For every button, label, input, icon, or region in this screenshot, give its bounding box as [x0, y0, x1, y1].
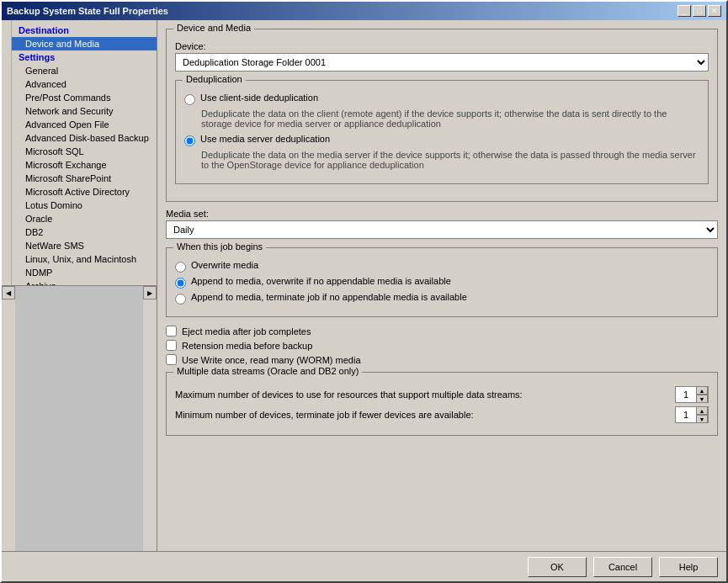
sidebar-hscrollbar: ◀ ▶ — [2, 285, 157, 551]
sidebar-scroll-track — [15, 286, 143, 551]
ok-button[interactable]: OK — [528, 557, 587, 577]
min-devices-up[interactable]: ▲ — [696, 406, 708, 415]
sidebar-scroll-right-btn[interactable]: ▶ — [143, 286, 157, 299]
sidebar-item-microsoft-exchange[interactable]: Microsoft Exchange — [12, 158, 157, 172]
sidebar-item-lotus-domino[interactable]: Lotus Domino — [12, 199, 157, 212]
radio-overwrite-label[interactable]: Overwrite media — [191, 260, 258, 270]
deduplication-title: Deduplication — [183, 74, 246, 84]
sidebar-item-netware-sms[interactable]: NetWare SMS — [12, 239, 157, 252]
device-media-group: Device and Media Device: Deduplication S… — [166, 29, 718, 202]
sidebar-item-device-and-media[interactable]: Device and Media — [12, 37, 157, 50]
radio-server-dedup[interactable] — [184, 135, 195, 146]
radio-row-overwrite: Overwrite media — [175, 260, 709, 273]
window-title: Backup System State Full Properties — [7, 6, 168, 16]
deduplication-group: Deduplication Use client-side deduplicat… — [175, 80, 709, 184]
chk-row-eject: Eject media after job completes — [166, 326, 718, 337]
radio-row-append-terminate: Append to media, terminate job if no app… — [175, 292, 709, 305]
max-devices-up[interactable]: ▲ — [696, 386, 708, 395]
content-area: Destination Device and Media Settings Ge… — [2, 20, 726, 551]
when-job-begins-title: When this job begins — [173, 241, 266, 252]
multiple-streams-group: Multiple data streams (Oracle and DB2 on… — [166, 372, 718, 436]
min-devices-spinbtns: ▲ ▼ — [696, 406, 708, 423]
radio-append-terminate-media[interactable] — [175, 294, 186, 305]
radio-overwrite-media[interactable] — [175, 262, 186, 273]
chk-retention[interactable] — [166, 340, 177, 351]
chk-row-worm: Use Write once, read many (WORM) media — [166, 354, 718, 365]
radio-client-dedup[interactable] — [184, 94, 195, 105]
max-devices-spinner[interactable]: ▲ ▼ — [675, 386, 709, 403]
radio-row-append: Append to media, overwrite if no appenda… — [175, 276, 709, 289]
checkboxes-section: Eject media after job completes Retensio… — [166, 326, 718, 365]
sidebar-item-microsoft-active-directory[interactable]: Microsoft Active Directory — [12, 185, 157, 199]
sidebar-item-db2[interactable]: DB2 — [12, 225, 157, 239]
radio-row-client: Use client-side deduplication — [184, 93, 699, 105]
max-devices-spinbtns: ▲ ▼ — [696, 386, 708, 403]
radio-client-desc: Deduplicate the data on the client (remo… — [201, 109, 699, 129]
sidebar-section-destination[interactable]: Destination — [12, 24, 157, 37]
radio-server-desc: Deduplicate the data on the media server… — [201, 150, 699, 170]
max-devices-row: Maximum number of devices to use for res… — [175, 386, 709, 403]
max-devices-down[interactable]: ▼ — [696, 395, 708, 403]
min-devices-row: Minimum number of devices, terminate job… — [175, 406, 709, 423]
radio-append-terminate-label[interactable]: Append to media, terminate job if no app… — [191, 292, 467, 302]
sidebar-content: Destination Device and Media Settings Ge… — [2, 20, 157, 285]
device-media-title: Device and Media — [173, 23, 254, 33]
device-label: Device: — [175, 41, 709, 51]
chk-worm-label[interactable]: Use Write once, read many (WORM) media — [182, 355, 361, 365]
radio-row-server: Use media server deduplication — [184, 134, 699, 146]
radio-append-label[interactable]: Append to media, overwrite if no appenda… — [191, 276, 451, 286]
sidebar-item-ndmp[interactable]: NDMP — [12, 266, 157, 279]
min-devices-spinner[interactable]: ▲ ▼ — [675, 406, 709, 423]
multiple-streams-title: Multiple data streams (Oracle and DB2 on… — [173, 366, 362, 376]
sidebar-item-advanced-open-file[interactable]: Advanced Open File — [12, 118, 157, 131]
radio-client-label[interactable]: Use client-side deduplication — [200, 93, 318, 103]
chk-row-retention: Retension media before backup — [166, 340, 718, 351]
title-bar: Backup System State Full Properties _ □ … — [2, 2, 726, 20]
sidebar-item-microsoft-sql[interactable]: Microsoft SQL — [12, 145, 157, 158]
main-window: Backup System State Full Properties _ □ … — [0, 0, 728, 583]
chk-retention-label[interactable]: Retension media before backup — [182, 341, 312, 351]
close-button[interactable]: ✕ — [708, 5, 721, 17]
media-set-label: Media set: — [166, 209, 718, 219]
title-bar-buttons: _ □ ✕ — [678, 5, 721, 17]
max-devices-label: Maximum number of devices to use for res… — [175, 390, 675, 400]
min-devices-down[interactable]: ▼ — [696, 415, 708, 423]
sidebar-section-settings[interactable]: Settings — [12, 50, 157, 64]
sidebar-item-oracle[interactable]: Oracle — [12, 212, 157, 225]
sidebar-scroll-left-btn[interactable]: ◀ — [2, 286, 15, 299]
sidebar-left-edge — [2, 20, 12, 285]
minimize-button[interactable]: _ — [678, 5, 691, 17]
chk-eject[interactable] — [166, 326, 177, 337]
sidebar-item-general[interactable]: General — [12, 64, 157, 77]
restore-button[interactable]: □ — [693, 5, 706, 17]
chk-worm[interactable] — [166, 354, 177, 365]
radio-append-media[interactable] — [175, 278, 186, 289]
cancel-button[interactable]: Cancel — [593, 557, 652, 577]
max-devices-value[interactable] — [676, 390, 696, 400]
sidebar-item-microsoft-sharepoint[interactable]: Microsoft SharePoint — [12, 172, 157, 185]
sidebar-item-pre-post[interactable]: Pre/Post Commands — [12, 91, 157, 104]
help-button[interactable]: Help — [659, 557, 718, 577]
sidebar-item-linux-unix-mac[interactable]: Linux, Unix, and Macintosh — [12, 252, 157, 266]
min-devices-label: Minimum number of devices, terminate job… — [175, 410, 675, 420]
sidebar-item-advanced-disk[interactable]: Advanced Disk-based Backup — [12, 131, 157, 145]
min-devices-value[interactable] — [676, 410, 696, 420]
sidebar-item-advanced[interactable]: Advanced — [12, 77, 157, 91]
main-content: Device and Media Device: Deduplication S… — [157, 20, 726, 551]
media-set-section: Media set: Daily — [166, 209, 718, 239]
sidebar: Destination Device and Media Settings Ge… — [2, 20, 157, 551]
media-set-select[interactable]: Daily — [166, 220, 718, 239]
sidebar-items: Destination Device and Media Settings Ge… — [12, 20, 157, 285]
sidebar-item-network-security[interactable]: Network and Security — [12, 104, 157, 118]
sidebar-item-archive[interactable]: Archive — [12, 279, 157, 285]
bottom-bar: OK Cancel Help — [2, 551, 726, 581]
device-select[interactable]: Deduplication Storage Folder 0001 — [175, 53, 709, 72]
chk-eject-label[interactable]: Eject media after job completes — [182, 326, 311, 337]
when-job-begins-group: When this job begins Overwrite media App… — [166, 247, 718, 317]
radio-server-label[interactable]: Use media server deduplication — [200, 134, 330, 144]
